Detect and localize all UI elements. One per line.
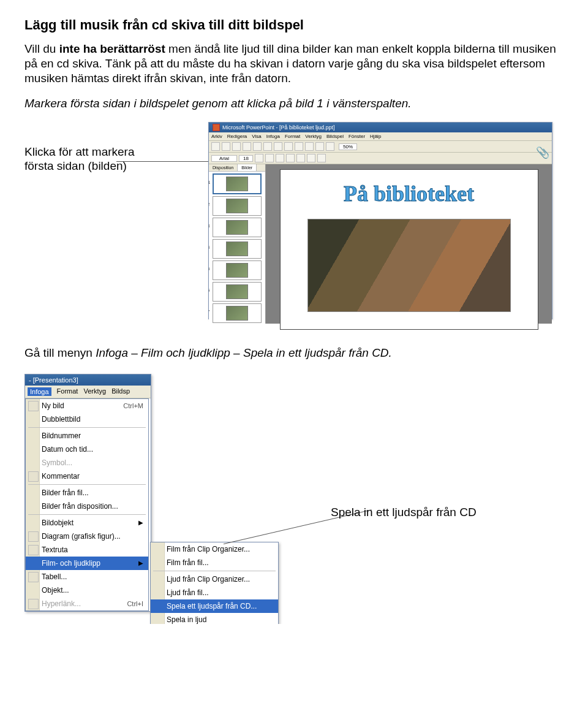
toolbar-button[interactable]	[317, 154, 326, 162]
thumb-number: 7	[209, 309, 209, 314]
menu-bildsp[interactable]: Bildsp	[111, 387, 130, 396]
toolbar-button[interactable]	[284, 142, 293, 151]
menu-item[interactable]: Kommentar	[26, 470, 148, 483]
tab-row: Disposition Bilder	[209, 164, 265, 172]
tab-bilder[interactable]: Bilder	[238, 164, 257, 171]
thumbnail-slide[interactable]: 3	[213, 218, 262, 237]
slide-canvas: På biblioteket	[280, 169, 538, 330]
menu-item[interactable]: Diagram (grafisk figur)...	[26, 530, 148, 543]
menu-infoga[interactable]: Infoga	[266, 134, 280, 139]
tab-disposition[interactable]: Disposition	[209, 164, 238, 171]
font-combo[interactable]: Arial	[211, 155, 237, 162]
menu-item[interactable]: Textruta	[26, 543, 148, 557]
thumbnail-panel: Disposition Bilder 1234567	[209, 164, 266, 324]
toolbar-button[interactable]	[305, 142, 314, 151]
text: Gå till menyn	[24, 346, 96, 359]
menu-item-label: Ny bild	[42, 401, 64, 410]
toolbar-button[interactable]	[263, 142, 272, 151]
menu-item-label: Film från fil...	[167, 558, 209, 567]
submenu-film-ljud: Film från Clip Organizer...Film från fil…	[150, 542, 279, 624]
toolbar-button[interactable]	[222, 142, 230, 151]
thumbnail-slide[interactable]: 2	[213, 196, 262, 216]
menu-hjälp[interactable]: Hjälp	[370, 134, 381, 139]
menu-item[interactable]: Bilder från disposition...	[26, 500, 148, 513]
thumbnail-slide[interactable]: 1	[213, 173, 262, 194]
text: –	[230, 346, 243, 359]
menu-item-shortcut: Ctrl+I	[127, 600, 143, 607]
zoom-field[interactable]: 50%	[339, 143, 357, 150]
menu-item-label: Film från Clip Organizer...	[167, 545, 250, 553]
menu-redigera[interactable]: Redigera	[227, 134, 247, 139]
menu-item[interactable]: Ny bildCtrl+M	[26, 399, 148, 413]
callout-cd-track: Spela in ett ljudspår från CD	[331, 506, 477, 519]
slide-edit-area[interactable]: På biblioteket	[266, 164, 552, 324]
menu-item[interactable]: Objekt...	[26, 584, 148, 597]
text: Vill du	[24, 42, 59, 55]
toolbar-button[interactable]	[295, 142, 303, 151]
menu-format[interactable]: Format	[285, 134, 300, 139]
menu-item-label: Bilder från disposition...	[42, 502, 118, 511]
dropdown-infoga: Ny bildCtrl+MDubblettbildBildnummerDatum…	[25, 398, 149, 611]
fontsize-combo[interactable]: 18	[239, 155, 253, 162]
clippy-icon[interactable]: 📎	[536, 146, 549, 159]
powerpoint-window: Microsoft PowerPoint - [På biblioteket l…	[208, 122, 552, 319]
underline-button[interactable]	[276, 154, 284, 162]
toolbar-button[interactable]	[274, 142, 282, 151]
window-titlebar: Microsoft PowerPoint - [På biblioteket l…	[209, 123, 552, 132]
thumb-number: 1	[209, 180, 210, 185]
menu-item-label: Diagram (grafisk figur)...	[42, 532, 121, 541]
menu-item: Symbol...	[26, 456, 148, 470]
menu-item[interactable]: Film från Clip Organizer...	[151, 542, 278, 556]
menu-verktyg[interactable]: Verktyg	[83, 387, 106, 396]
menubar: ArkivRedigeraVisaInfogaFormatVerktygBild…	[209, 132, 552, 141]
menu-item[interactable]: Ljud från Clip Organizer...	[151, 572, 278, 586]
thumb-image	[226, 306, 248, 321]
thumbnail-slide[interactable]: 6	[213, 282, 262, 302]
menu-item-icon	[28, 471, 39, 482]
toolbar-button[interactable]	[315, 142, 324, 151]
menu-fönster[interactable]: Fönster	[349, 134, 365, 139]
menu-separator	[28, 484, 146, 485]
thumb-number: 3	[209, 223, 209, 229]
thumb-image	[226, 284, 248, 299]
toolbar-button[interactable]	[307, 154, 315, 162]
thumbnail-slide[interactable]: 5	[213, 260, 262, 280]
menu-separator	[28, 427, 146, 428]
slide-photo	[307, 219, 511, 312]
menu-item[interactable]: Bildnummer	[26, 429, 148, 443]
toolbar-button[interactable]	[253, 142, 262, 151]
toolbar-button[interactable]	[326, 142, 334, 151]
menu-item[interactable]: Spela in ljud	[151, 613, 278, 624]
menu-item-label: Symbol...	[42, 458, 72, 467]
toolbar-button[interactable]	[211, 142, 220, 151]
menu-item[interactable]: Film- och ljudklipp▶	[26, 557, 148, 570]
menu-item[interactable]: Ljud från fil...	[151, 586, 278, 599]
slide-title-wordart: På biblioteket	[344, 181, 474, 207]
menu-item[interactable]: Film från fil...	[151, 556, 278, 569]
italic-button[interactable]	[265, 154, 274, 162]
menu-item[interactable]: Datum och tid...	[26, 443, 148, 456]
menu-item[interactable]: Dubblettbild	[26, 413, 148, 426]
menu-bildspel[interactable]: Bildspel	[326, 134, 344, 139]
menu-format[interactable]: Format	[57, 387, 78, 396]
menu-visa[interactable]: Visa	[252, 134, 261, 139]
toolbar-button[interactable]	[232, 142, 241, 151]
thumbnail-slide[interactable]: 7	[213, 303, 262, 323]
menu-verktyg[interactable]: Verktyg	[305, 134, 322, 139]
bold-button[interactable]	[255, 154, 263, 162]
toolbar-button[interactable]	[243, 142, 251, 151]
figure-menu: - [Presentation3] InfogaFormatVerktygBil…	[24, 374, 564, 607]
menu-item-label: Objekt...	[42, 586, 69, 595]
menu-item[interactable]: Bilder från fil...	[26, 486, 148, 500]
menu-item[interactable]: Tabell...	[26, 570, 148, 584]
menu-item-label: Bildnummer	[42, 432, 81, 440]
menu-arkiv[interactable]: Arkiv	[211, 134, 222, 139]
thumb-number: 2	[209, 202, 209, 207]
toolbar-button[interactable]	[286, 154, 295, 162]
thumbnail-slide[interactable]: 4	[213, 239, 262, 259]
submenu-arrow-icon: ▶	[138, 560, 143, 566]
menu-item[interactable]: Bildobjekt▶	[26, 516, 148, 530]
menu-infoga[interactable]: Infoga	[28, 387, 51, 396]
toolbar-button[interactable]	[296, 154, 305, 162]
menu-item[interactable]: Spela ett ljudspår från CD...	[151, 599, 278, 613]
